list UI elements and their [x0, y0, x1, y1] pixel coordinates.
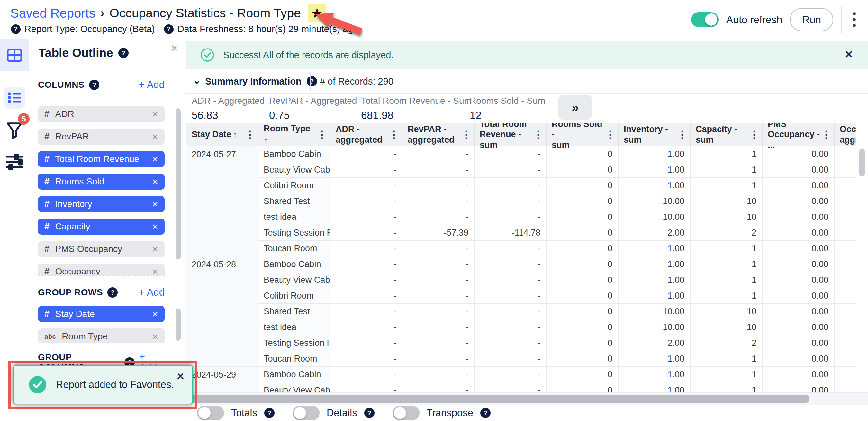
- more-options-icon[interactable]: [849, 10, 859, 30]
- value-cell: -: [403, 209, 474, 225]
- totals-toggle[interactable]: [197, 406, 224, 420]
- nav-filters[interactable]: [6, 122, 23, 140]
- value-cell: -: [403, 162, 474, 178]
- column-header[interactable]: Inventory - sum⋮: [619, 123, 690, 146]
- column-header[interactable]: Stay Date↑⋮: [186, 123, 258, 146]
- help-icon[interactable]: ?: [118, 48, 129, 58]
- value-cell: -: [474, 146, 547, 162]
- table-row[interactable]: Colibri Room---01.0010.00: [258, 178, 868, 193]
- column-header[interactable]: ADR - aggregated⋮: [331, 123, 403, 146]
- field-pill[interactable]: #Rooms Sold×: [38, 173, 164, 190]
- summary-information-title[interactable]: Summary Information: [205, 76, 302, 87]
- column-header-label: ADR - aggregated: [336, 124, 388, 145]
- remove-field-icon[interactable]: ×: [152, 176, 158, 188]
- remove-field-icon[interactable]: ×: [152, 308, 158, 320]
- transpose-toggle[interactable]: [393, 406, 420, 420]
- help-icon[interactable]: ?: [307, 76, 317, 87]
- help-icon[interactable]: ?: [107, 287, 118, 298]
- help-icon[interactable]: ?: [164, 25, 174, 34]
- records-count: # of Records: 290: [320, 69, 394, 94]
- group-rows: Bamboo Cabin---01.0010.00Beauty View Cab…: [258, 146, 868, 256]
- table-row[interactable]: test idea---010.00100.00: [258, 209, 868, 225]
- field-pill[interactable]: #Capacity×: [38, 219, 164, 235]
- table-row[interactable]: Shared Test---010.00100.00: [258, 304, 868, 319]
- table-row[interactable]: Colibri Room---01.0010.00: [258, 288, 868, 304]
- help-icon[interactable]: ?: [364, 408, 374, 418]
- column-header[interactable]: Total Room Revenue - sum⋮: [474, 123, 547, 146]
- remove-field-icon[interactable]: ×: [152, 153, 158, 165]
- banner-close-icon[interactable]: ✕: [844, 48, 853, 60]
- field-pill[interactable]: #Stay Date×: [38, 306, 164, 322]
- remove-field-icon[interactable]: ×: [152, 131, 158, 143]
- panel-close-icon[interactable]: ×: [171, 42, 178, 54]
- collapse-chevron-icon[interactable]: ⌄: [193, 74, 201, 86]
- nav-table-view[interactable]: [0, 39, 29, 71]
- table-row[interactable]: Beauty View Cabin---01.0010.00: [258, 162, 868, 178]
- field-pill[interactable]: abcRoom Type×: [38, 328, 164, 343]
- help-icon[interactable]: ?: [264, 408, 275, 418]
- toast-close-icon[interactable]: ✕: [177, 371, 185, 382]
- group-rows-scrollbar[interactable]: [176, 309, 181, 341]
- column-menu-icon[interactable]: ⋮: [244, 129, 255, 140]
- column-menu-icon[interactable]: ⋮: [748, 129, 759, 140]
- table-row[interactable]: Toucan Room---01.0010.00: [258, 351, 868, 367]
- remove-field-icon[interactable]: ×: [152, 221, 158, 233]
- field-pill[interactable]: #Inventory×: [38, 196, 164, 212]
- column-menu-icon[interactable]: ⋮: [820, 129, 831, 140]
- table-row[interactable]: Testing Session R...--57.39-114.7802.002…: [258, 225, 868, 241]
- remove-field-icon[interactable]: ×: [152, 331, 158, 343]
- value-cell: -: [403, 272, 474, 288]
- field-pill[interactable]: #Occupancy×: [38, 263, 164, 276]
- value-cell: 2: [690, 335, 763, 351]
- column-header[interactable]: RevPAR - aggregated⋮: [403, 123, 474, 146]
- value-cell: 0.00: [763, 351, 835, 367]
- help-icon[interactable]: ?: [480, 408, 491, 418]
- table-row[interactable]: Bamboo Cabin---01.0010.00: [258, 367, 868, 382]
- field-pill[interactable]: #RevPAR×: [38, 129, 164, 144]
- horizontal-scrollbar[interactable]: [189, 395, 809, 403]
- value-cell: -: [474, 304, 547, 319]
- add-column-button[interactable]: + Add: [139, 79, 164, 91]
- field-pill[interactable]: #PMS Occupancy×: [38, 241, 164, 257]
- column-menu-icon[interactable]: ⋮: [532, 129, 543, 140]
- value-cell: -: [331, 162, 403, 178]
- remove-field-icon[interactable]: ×: [152, 243, 158, 255]
- nav-settings[interactable]: [6, 154, 23, 171]
- column-header[interactable]: Room Type↑⋮: [258, 123, 331, 146]
- table-row[interactable]: Toucan Room---01.0010.00: [258, 241, 868, 256]
- column-menu-icon[interactable]: ⋮: [604, 129, 615, 140]
- column-header[interactable]: Capacity - sum⋮: [690, 123, 763, 146]
- table-row[interactable]: Bamboo Cabin---01.0010.00: [258, 146, 868, 162]
- table-row[interactable]: Testing Session R...---02.0020.00: [258, 335, 868, 351]
- field-pill[interactable]: #ADR×: [38, 106, 164, 122]
- room-type-cell: Beauty View Cabin: [258, 272, 331, 288]
- run-button[interactable]: Run: [790, 8, 833, 31]
- column-menu-icon[interactable]: ⋮: [388, 129, 399, 140]
- auto-refresh-toggle[interactable]: [691, 12, 718, 27]
- columns-scrollbar[interactable]: [176, 108, 181, 259]
- breadcrumb-saved-reports-link[interactable]: Saved Reports: [10, 6, 95, 21]
- remove-field-icon[interactable]: ×: [152, 266, 158, 276]
- table-row[interactable]: Beauty View Cabin---01.0010.00: [258, 272, 868, 288]
- column-menu-icon[interactable]: ⋮: [460, 129, 471, 140]
- nav-table-outline[interactable]: [3, 87, 25, 109]
- toggle-knob: [394, 407, 406, 419]
- table-row[interactable]: Beauty View Cabin---01.0010.00: [258, 382, 868, 392]
- column-header[interactable]: Rooms Sold - sum⋮: [547, 123, 619, 146]
- table-row[interactable]: Shared Test---010.00100.00: [258, 193, 868, 209]
- column-menu-icon[interactable]: ⋮: [676, 129, 687, 140]
- column-header[interactable]: PMS Occupancy - ...⋮: [763, 123, 835, 146]
- add-group-row-button[interactable]: + Add: [139, 287, 164, 298]
- details-toggle[interactable]: [292, 406, 319, 420]
- table-row[interactable]: test idea---010.00100.00: [258, 319, 868, 335]
- vertical-scrollbar[interactable]: [859, 149, 865, 176]
- help-icon[interactable]: ?: [11, 25, 21, 34]
- table-row[interactable]: Bamboo Cabin---01.0010.00: [258, 256, 868, 272]
- help-icon[interactable]: ?: [89, 80, 99, 90]
- remove-field-icon[interactable]: ×: [152, 108, 158, 120]
- expand-stats-button[interactable]: »: [558, 95, 592, 120]
- field-pill[interactable]: #Total Room Revenue×: [38, 151, 164, 167]
- report-meta-row: ? Report Type: Occupancy (Beta) ? Data F…: [11, 24, 358, 34]
- remove-field-icon[interactable]: ×: [152, 198, 158, 210]
- column-menu-icon[interactable]: ⋮: [316, 129, 327, 140]
